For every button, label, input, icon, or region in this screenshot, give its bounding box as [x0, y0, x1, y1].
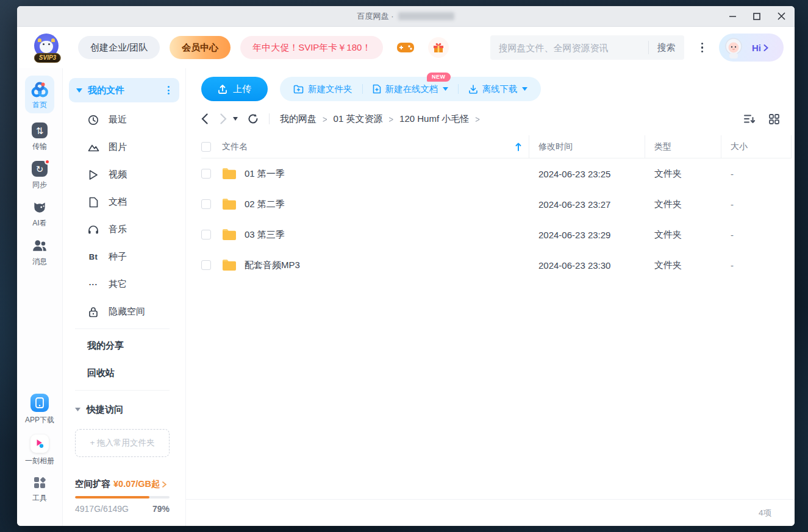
grid-view-button[interactable]: [769, 114, 779, 124]
close-button[interactable]: [776, 12, 786, 21]
select-all-checkbox[interactable]: [201, 142, 211, 152]
drop-folder-zone[interactable]: + 拖入常用文件夹: [75, 429, 170, 457]
table-row[interactable]: 02 第二季 2024-06-23 23:27 文件夹 -: [186, 189, 795, 219]
breadcrumb-sep-icon: >: [475, 113, 480, 124]
minimize-button[interactable]: [728, 12, 737, 21]
breadcrumb-sep-icon: >: [323, 113, 327, 124]
assistant-pill[interactable]: Hi: [719, 34, 784, 62]
user-avatar[interactable]: SVIP3: [34, 34, 61, 62]
folder-icon: [222, 229, 237, 241]
create-team-button[interactable]: 创建企业/团队: [78, 36, 160, 59]
divider: [75, 390, 170, 391]
column-header-time[interactable]: 修改时间: [538, 141, 573, 152]
breadcrumb-row: 我的网盘 > 01 英文资源 > 120 Humf 小毛怪 >: [186, 105, 795, 133]
headphones-icon: [87, 224, 99, 235]
play-icon: [87, 169, 99, 180]
upload-icon: [218, 84, 227, 94]
search-input[interactable]: [490, 43, 648, 53]
divider: [75, 328, 170, 329]
netdisk-logo-icon: [30, 81, 49, 98]
rail-item-home[interactable]: 首页: [25, 76, 54, 113]
tree-item-docs[interactable]: 文档: [63, 188, 185, 216]
breadcrumb-item[interactable]: 01 英文资源: [334, 113, 383, 125]
collapse-triangle-icon: [76, 88, 82, 93]
new-folder-button[interactable]: 新建文件夹: [293, 83, 352, 95]
left-rail: 首页 ⇅ 传输 ↻ 同步 AI看: [17, 68, 63, 526]
table-row[interactable]: 配套音频MP3 2024-06-23 23:30 文件夹 -: [186, 250, 795, 280]
more-menu-icon[interactable]: [698, 39, 707, 57]
quick-access-header[interactable]: 快捷访问: [63, 397, 185, 422]
row-checkbox[interactable]: [201, 230, 211, 239]
sync-icon: ↻: [32, 161, 48, 177]
folder-icon: [222, 198, 237, 210]
promo-banner[interactable]: 年中大促！SVIP年卡￥180！: [240, 36, 383, 59]
nav-link-my-shares[interactable]: 我的分享: [63, 332, 185, 360]
vip-center-button[interactable]: 会员中心: [170, 36, 231, 59]
ellipsis-icon: ···: [89, 280, 98, 289]
storage-expand-link[interactable]: 空间扩容 ¥0.07/GB起: [75, 478, 170, 490]
tree-item-others[interactable]: ··· 其它: [63, 271, 185, 298]
breadcrumb-item[interactable]: 我的网盘: [280, 113, 316, 125]
column-header-size[interactable]: 大小: [731, 141, 748, 152]
caret-down-icon: [443, 87, 448, 91]
rail-item-messages[interactable]: 消息: [32, 238, 48, 267]
sort-button[interactable]: [744, 114, 756, 124]
titlebar[interactable]: 百度网盘 ·: [17, 6, 795, 27]
breadcrumb-sep-icon: >: [388, 113, 393, 124]
lock-icon: [87, 307, 99, 317]
refresh-button[interactable]: [248, 113, 259, 124]
photos-app-icon: [30, 434, 49, 453]
forward-button[interactable]: [220, 113, 227, 124]
greeting-text: Hi: [752, 43, 761, 53]
tree-item-videos[interactable]: 视频: [63, 161, 185, 188]
table-row[interactable]: 03 第三季 2024-06-23 23:29 文件夹 -: [186, 219, 795, 250]
maximize-button[interactable]: [752, 12, 762, 21]
rail-item-sync[interactable]: ↻ 同步: [32, 161, 48, 190]
tree-item-hidden-space[interactable]: 隐藏空间: [63, 298, 185, 325]
my-files-header[interactable]: 我的文件: [69, 78, 179, 102]
back-button[interactable]: [201, 113, 208, 124]
row-checkbox[interactable]: [201, 169, 211, 179]
rail-item-photos[interactable]: 一刻相册: [25, 434, 54, 466]
header: SVIP3 创建企业/团队 会员中心 年中大促！SVIP年卡￥180！ 搜索: [17, 27, 795, 68]
sort-ascending-icon[interactable]: [515, 143, 521, 151]
nav-link-recycle-bin[interactable]: 回收站: [63, 360, 185, 387]
tree-item-recent[interactable]: 最近: [63, 106, 185, 133]
rail-item-app-download[interactable]: APP下载: [25, 394, 54, 425]
clock-icon: [87, 115, 99, 126]
download-icon: [468, 84, 478, 94]
chevron-right-icon: [162, 481, 166, 488]
breadcrumb-item[interactable]: 120 Humf 小毛怪: [399, 113, 469, 125]
row-checkbox[interactable]: [201, 260, 211, 270]
item-count: 4项: [759, 508, 771, 519]
rail-item-tools[interactable]: 工具: [32, 475, 47, 503]
storage-used-text: 4917G/6149G: [75, 504, 129, 514]
column-header-name[interactable]: 文件名: [222, 141, 248, 152]
upload-button[interactable]: 上传: [201, 77, 268, 101]
sync-notification-dot: [45, 159, 50, 165]
gift-icon[interactable]: [428, 37, 449, 58]
offline-download-button[interactable]: 离线下载: [468, 83, 527, 95]
nav-panel: 我的文件 最近 图片 视频 文档 音乐: [63, 68, 186, 526]
history-caret-icon[interactable]: [233, 117, 238, 121]
tree-item-music[interactable]: 音乐: [63, 216, 185, 243]
storage-percent-text: 79%: [152, 504, 170, 514]
game-icon[interactable]: [396, 41, 415, 54]
my-files-more-icon[interactable]: [165, 83, 172, 97]
astronaut-avatar-icon: [721, 35, 746, 60]
rail-item-ai-view[interactable]: AI看: [32, 199, 48, 229]
new-online-doc-button[interactable]: NEW 新建在线文档: [373, 83, 448, 95]
table-header: 文件名 修改时间 类型 大小: [201, 135, 792, 158]
toolbar: 上传 新建文件夹 NEW 新建在线文档: [186, 68, 795, 101]
search-button[interactable]: 搜索: [648, 41, 684, 54]
column-header-type[interactable]: 类型: [654, 141, 671, 152]
tree-item-torrents[interactable]: Bt 种子: [63, 243, 185, 271]
tree-item-images[interactable]: 图片: [63, 133, 185, 161]
new-badge: NEW: [427, 73, 451, 82]
messages-icon: [32, 238, 48, 254]
row-checkbox[interactable]: [201, 199, 211, 209]
table-row[interactable]: 01 第一季 2024-06-23 23:25 文件夹 -: [186, 158, 795, 189]
folder-icon: [222, 168, 237, 180]
caret-down-icon: [522, 87, 527, 91]
rail-item-transfer[interactable]: ⇅ 传输: [32, 122, 48, 152]
